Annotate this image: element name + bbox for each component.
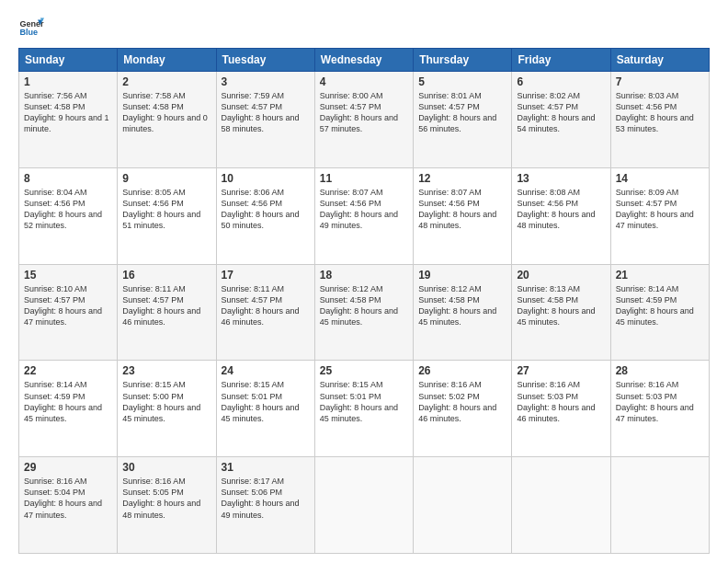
logo-icon: General Blue	[18, 15, 44, 40]
calendar-cell: 23Sunrise: 8:15 AMSunset: 5:00 PMDayligh…	[118, 361, 216, 457]
day-number: 1	[24, 75, 112, 88]
day-number: 19	[418, 269, 506, 282]
logo: General Blue	[18, 15, 48, 40]
day-number: 23	[122, 364, 210, 377]
calendar-cell: 27Sunrise: 8:16 AMSunset: 5:03 PMDayligh…	[512, 361, 610, 457]
calendar-cell: 6Sunrise: 8:02 AMSunset: 4:57 PMDaylight…	[512, 72, 610, 168]
cell-info: Sunrise: 8:15 AMSunset: 5:01 PMDaylight:…	[320, 379, 408, 424]
calendar-cell: 1Sunrise: 7:56 AMSunset: 4:58 PMDaylight…	[19, 72, 118, 168]
calendar-cell: 8Sunrise: 8:04 AMSunset: 4:56 PMDaylight…	[19, 167, 118, 264]
calendar-cell: 29Sunrise: 8:16 AMSunset: 5:04 PMDayligh…	[19, 457, 118, 554]
col-header-wednesday: Wednesday	[314, 49, 413, 72]
cell-info: Sunrise: 7:58 AMSunset: 4:58 PMDaylight:…	[122, 90, 210, 135]
svg-text:Blue: Blue	[19, 28, 38, 37]
day-number: 29	[24, 461, 112, 474]
cell-info: Sunrise: 8:07 AMSunset: 4:56 PMDaylight:…	[418, 187, 506, 232]
calendar-cell: 25Sunrise: 8:15 AMSunset: 5:01 PMDayligh…	[314, 361, 413, 457]
day-number: 31	[222, 461, 310, 474]
col-header-friday: Friday	[512, 49, 610, 72]
calendar-cell: 19Sunrise: 8:12 AMSunset: 4:58 PMDayligh…	[414, 264, 512, 361]
day-number: 10	[222, 172, 310, 185]
calendar-cell: 14Sunrise: 8:09 AMSunset: 4:57 PMDayligh…	[610, 167, 709, 264]
cell-info: Sunrise: 8:12 AMSunset: 4:58 PMDaylight:…	[320, 283, 408, 328]
day-number: 28	[616, 364, 704, 377]
calendar-cell: 3Sunrise: 7:59 AMSunset: 4:57 PMDaylight…	[216, 72, 314, 168]
calendar-cell: 21Sunrise: 8:14 AMSunset: 4:59 PMDayligh…	[610, 264, 709, 361]
calendar-cell: 16Sunrise: 8:11 AMSunset: 4:57 PMDayligh…	[118, 264, 216, 361]
calendar-cell: 4Sunrise: 8:00 AMSunset: 4:57 PMDaylight…	[314, 72, 413, 168]
col-header-sunday: Sunday	[19, 49, 118, 72]
day-number: 13	[517, 172, 605, 185]
cell-info: Sunrise: 8:06 AMSunset: 4:56 PMDaylight:…	[222, 187, 310, 232]
calendar-cell: 9Sunrise: 8:05 AMSunset: 4:56 PMDaylight…	[118, 167, 216, 264]
day-number: 18	[320, 269, 408, 282]
day-number: 14	[616, 172, 704, 185]
calendar-cell	[610, 457, 709, 554]
cell-info: Sunrise: 8:16 AMSunset: 5:03 PMDaylight:…	[616, 379, 704, 424]
cell-info: Sunrise: 7:56 AMSunset: 4:58 PMDaylight:…	[24, 90, 112, 135]
calendar-cell: 24Sunrise: 8:15 AMSunset: 5:01 PMDayligh…	[216, 361, 314, 457]
cell-info: Sunrise: 8:08 AMSunset: 4:56 PMDaylight:…	[517, 187, 605, 232]
cell-info: Sunrise: 8:09 AMSunset: 4:57 PMDaylight:…	[616, 187, 704, 232]
day-number: 21	[616, 269, 704, 282]
calendar-cell: 11Sunrise: 8:07 AMSunset: 4:56 PMDayligh…	[314, 167, 413, 264]
calendar-cell: 26Sunrise: 8:16 AMSunset: 5:02 PMDayligh…	[414, 361, 512, 457]
calendar-cell	[314, 457, 413, 554]
day-number: 5	[418, 75, 506, 88]
calendar-cell: 20Sunrise: 8:13 AMSunset: 4:58 PMDayligh…	[512, 264, 610, 361]
calendar-cell	[512, 457, 610, 554]
day-number: 26	[418, 364, 506, 377]
cell-info: Sunrise: 8:03 AMSunset: 4:56 PMDaylight:…	[616, 90, 704, 135]
day-number: 7	[616, 75, 704, 88]
cell-info: Sunrise: 8:16 AMSunset: 5:02 PMDaylight:…	[418, 379, 506, 424]
col-header-monday: Monday	[118, 49, 216, 72]
cell-info: Sunrise: 8:14 AMSunset: 4:59 PMDaylight:…	[616, 283, 704, 328]
cell-info: Sunrise: 8:15 AMSunset: 5:00 PMDaylight:…	[122, 379, 210, 424]
calendar-cell: 7Sunrise: 8:03 AMSunset: 4:56 PMDaylight…	[610, 72, 709, 168]
cell-info: Sunrise: 8:14 AMSunset: 4:59 PMDaylight:…	[24, 379, 112, 424]
cell-info: Sunrise: 8:16 AMSunset: 5:05 PMDaylight:…	[122, 476, 210, 521]
cell-info: Sunrise: 8:15 AMSunset: 5:01 PMDaylight:…	[222, 379, 310, 424]
day-number: 17	[222, 269, 310, 282]
cell-info: Sunrise: 8:11 AMSunset: 4:57 PMDaylight:…	[222, 283, 310, 328]
cell-info: Sunrise: 8:07 AMSunset: 4:56 PMDaylight:…	[320, 187, 408, 232]
col-header-tuesday: Tuesday	[216, 49, 314, 72]
cell-info: Sunrise: 7:59 AMSunset: 4:57 PMDaylight:…	[222, 90, 310, 135]
day-number: 15	[24, 269, 112, 282]
cell-info: Sunrise: 8:16 AMSunset: 5:04 PMDaylight:…	[24, 476, 112, 521]
day-number: 25	[320, 364, 408, 377]
day-number: 11	[320, 172, 408, 185]
calendar-cell: 12Sunrise: 8:07 AMSunset: 4:56 PMDayligh…	[414, 167, 512, 264]
day-number: 24	[222, 364, 310, 377]
calendar-cell: 31Sunrise: 8:17 AMSunset: 5:06 PMDayligh…	[216, 457, 314, 554]
calendar-cell: 15Sunrise: 8:10 AMSunset: 4:57 PMDayligh…	[19, 264, 118, 361]
calendar-cell: 2Sunrise: 7:58 AMSunset: 4:58 PMDaylight…	[118, 72, 216, 168]
day-number: 2	[122, 75, 210, 88]
day-number: 20	[517, 269, 605, 282]
day-number: 30	[122, 461, 210, 474]
calendar-cell: 10Sunrise: 8:06 AMSunset: 4:56 PMDayligh…	[216, 167, 314, 264]
calendar-cell	[414, 457, 512, 554]
day-number: 4	[320, 75, 408, 88]
cell-info: Sunrise: 8:02 AMSunset: 4:57 PMDaylight:…	[517, 90, 605, 135]
day-number: 27	[517, 364, 605, 377]
calendar-cell: 18Sunrise: 8:12 AMSunset: 4:58 PMDayligh…	[314, 264, 413, 361]
cell-info: Sunrise: 8:13 AMSunset: 4:58 PMDaylight:…	[517, 283, 605, 328]
cell-info: Sunrise: 8:17 AMSunset: 5:06 PMDaylight:…	[222, 476, 310, 521]
col-header-thursday: Thursday	[414, 49, 512, 72]
day-number: 6	[517, 75, 605, 88]
calendar-cell: 5Sunrise: 8:01 AMSunset: 4:57 PMDaylight…	[414, 72, 512, 168]
day-number: 22	[24, 364, 112, 377]
cell-info: Sunrise: 8:10 AMSunset: 4:57 PMDaylight:…	[24, 283, 112, 328]
cell-info: Sunrise: 8:00 AMSunset: 4:57 PMDaylight:…	[320, 90, 408, 135]
day-number: 16	[122, 269, 210, 282]
day-number: 9	[122, 172, 210, 185]
calendar-cell: 30Sunrise: 8:16 AMSunset: 5:05 PMDayligh…	[118, 457, 216, 554]
cell-info: Sunrise: 8:04 AMSunset: 4:56 PMDaylight:…	[24, 187, 112, 232]
calendar-cell: 17Sunrise: 8:11 AMSunset: 4:57 PMDayligh…	[216, 264, 314, 361]
cell-info: Sunrise: 8:05 AMSunset: 4:56 PMDaylight:…	[122, 187, 210, 232]
calendar-cell: 22Sunrise: 8:14 AMSunset: 4:59 PMDayligh…	[19, 361, 118, 457]
col-header-saturday: Saturday	[610, 49, 709, 72]
day-number: 8	[24, 172, 112, 185]
cell-info: Sunrise: 8:11 AMSunset: 4:57 PMDaylight:…	[122, 283, 210, 328]
